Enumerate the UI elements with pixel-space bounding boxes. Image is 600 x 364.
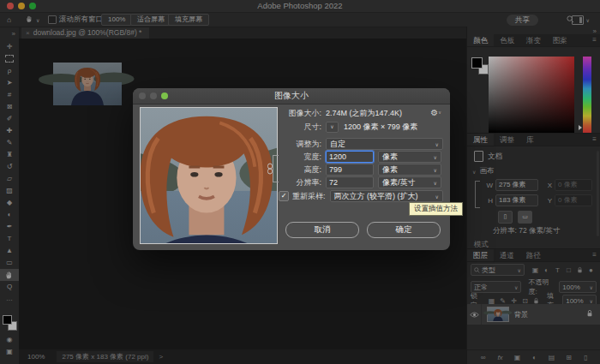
photoshop-window: Adobe Photoshop 2022 ⌂ ∨ 滚动所有窗口 100% 适合屏… [0,0,600,364]
dialog-minimize-icon [150,92,157,99]
dimensions-unit-dropdown[interactable]: ∨ [326,122,339,133]
image-size-dialog: 图像大小 图像大小: 2.74M (之前为147.4K) ⚙∨ 尺寸: ∨ [133,88,450,250]
dialog-title: 图像大小 [133,88,450,104]
resample-select[interactable]: 两次立方 (较平滑) (扩大)∨ [330,190,443,202]
dimensions-value: 1200 像素 × 799 像素 [344,122,417,133]
height-input[interactable] [326,164,374,176]
width-unit-select[interactable]: 像素∨ [378,151,441,163]
dialog-zoom-icon[interactable] [161,92,168,99]
image-size-row: 图像大小: 2.74M (之前为147.4K) ⚙∨ [279,107,443,119]
fit-to-row: 调整为: 自定∨ [279,138,443,150]
resolution-unit-select[interactable]: 像素/英寸∨ [378,176,441,188]
height-unit-select[interactable]: 像素∨ [378,164,441,176]
image-size-value: 2.74M (之前为147.4K) [326,108,402,119]
width-row: 宽度: 像素∨ [279,151,443,163]
resample-label: 重新采样: [292,191,326,202]
dialog-window-controls [139,92,168,99]
dimensions-row: 尺寸: ∨ 1200 像素 × 799 像素 [279,121,443,133]
dialog-titlebar[interactable]: 图像大小 [133,88,450,104]
height-row: 高度: 像素∨ [279,164,443,176]
interpolation-tooltip: 设置插值方法 [409,202,463,216]
link-dimensions-icon[interactable] [268,155,279,182]
resample-row: ✓ 重新采样: 两次立方 (较平滑) (扩大)∨ [279,190,443,202]
resolution-input[interactable] [326,176,374,188]
dialog-fields: 图像大小: 2.74M (之前为147.4K) ⚙∨ 尺寸: ∨ 1200 像素… [279,107,443,210]
width-input[interactable] [326,151,374,163]
resample-checkbox[interactable]: ✓ [279,191,289,201]
ok-button[interactable]: 确定 [367,222,441,238]
fit-to-select[interactable]: 自定∨ [326,138,443,150]
dialog-close-icon [139,92,146,99]
cancel-button[interactable]: 取消 [285,222,359,238]
resolution-row: 分辨率: 像素/英寸∨ [279,176,443,188]
gear-icon[interactable]: ⚙∨ [430,108,441,117]
image-preview[interactable] [140,107,278,244]
